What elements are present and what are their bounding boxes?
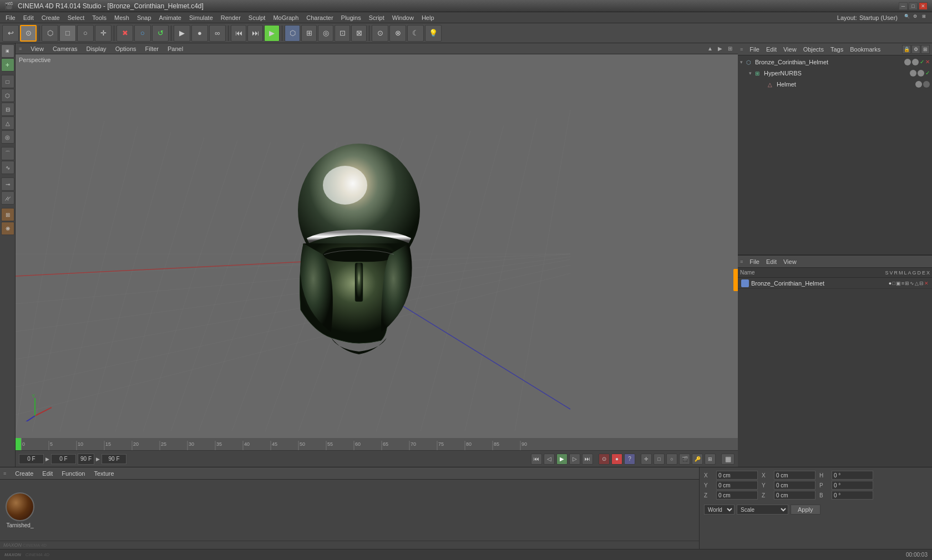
menu-mesh[interactable]: Mesh [111,13,133,22]
tb-play[interactable]: ▶ [174,25,190,42]
right-edge-tab[interactable] [733,269,738,291]
obj-row-hypernurbs[interactable]: ▾ ⊞ HyperNURBS ✓ [738,68,932,79]
btn-tl-film[interactable]: 🎬 [679,454,690,465]
vp-menu-display[interactable]: Display [84,45,109,52]
end-frame-input[interactable] [102,454,126,464]
panel-grid-icon[interactable]: ⊞ [922,14,930,22]
maximize-btn[interactable]: □ [909,2,918,10]
tb-mode-model[interactable]: ⬡ [285,25,300,42]
tb-snap1[interactable]: ⊙ [372,25,388,42]
minimize-btn[interactable]: ─ [899,2,908,10]
om-icon2[interactable]: ⚙ [911,45,920,54]
tb-anim2[interactable]: ⏭ [247,25,263,42]
om-file[interactable]: File [747,46,762,53]
om-icon1[interactable]: 🔒 [902,45,911,54]
tb-grp[interactable]: ○ [77,25,94,42]
btn-prev-frame[interactable]: ◁ [544,454,555,465]
om-objects[interactable]: Objects [801,46,826,53]
am-view[interactable]: View [781,258,799,265]
tb-render-preview[interactable]: 💡 [425,25,442,42]
btn-tl-circle[interactable]: ○ [666,454,677,465]
lt-cone[interactable]: △ [1,116,14,130]
lt-move[interactable]: ✛ [1,58,14,72]
coord-y-rot[interactable] [774,481,816,490]
om-bookmarks[interactable]: Bookmarks [848,46,883,53]
lt-bend[interactable]: ⌭ [1,191,14,205]
lt-fx[interactable]: ❋ [1,222,14,235]
tb-anim3[interactable]: ▶ [264,25,280,42]
menu-animate[interactable]: Animate [156,13,185,22]
mat-function[interactable]: Function [59,470,87,477]
tb-rot[interactable]: ↺ [152,25,169,42]
mat-edit[interactable]: Edit [40,470,55,477]
mat-swatch-container[interactable]: Tarnished_ [6,492,34,528]
mat-create[interactable]: Create [13,470,36,477]
menu-window[interactable]: Window [389,13,417,22]
coord-z-pos[interactable] [716,491,758,500]
lt-box[interactable]: □ [1,75,14,88]
menu-plugins[interactable]: Plugins [338,13,364,22]
tb-snap3[interactable]: ☾ [407,25,424,42]
vp-icon-right[interactable]: ▶ [716,44,725,53]
tb-undo[interactable]: ↩ [2,25,19,42]
om-view[interactable]: View [781,46,799,53]
menu-sculpt[interactable]: Sculpt [245,13,269,22]
mat-swatch[interactable] [6,492,34,521]
tb-obj[interactable]: □ [59,25,76,42]
btn-next-frame[interactable]: ▷ [569,454,580,465]
btn-tl-settings[interactable]: ▦ [721,454,735,465]
coord-x-pos[interactable] [716,471,758,480]
tb-o[interactable]: ○ [134,25,151,42]
attr-row-bronze[interactable]: Bronze_Corinthian_Helmet ● □ ▣ ≡ ⊞ ∿ △ ⊟… [738,278,932,289]
current-frame-input[interactable] [19,454,44,464]
om-tags[interactable]: Tags [828,46,845,53]
menu-script[interactable]: Script [366,13,388,22]
btn-jump-end[interactable]: ⏭ [582,454,593,465]
coord-y-pos[interactable] [716,481,758,490]
timeline-ruler[interactable]: 0 5 10 15 20 25 30 35 40 45 50 [16,438,738,450]
menu-simulate[interactable]: Simulate [186,13,216,22]
vp-menu-filter[interactable]: Filter [143,45,161,52]
menu-tools[interactable]: Tools [89,13,110,22]
coord-h[interactable] [832,471,873,480]
btn-record[interactable]: ● [611,454,622,465]
close-btn[interactable]: ✕ [919,2,928,10]
vp-icon-up[interactable]: ▲ [706,44,715,53]
am-file[interactable]: File [747,258,762,265]
tb-rec[interactable]: ● [191,25,208,42]
apply-button[interactable]: Apply [791,505,820,515]
world-select[interactable]: World Local Object [704,505,735,515]
vp-icon-grid[interactable]: ⊞ [726,44,735,53]
coord-p[interactable] [832,481,873,490]
tb-camera-move[interactable]: ⊙ [20,25,37,42]
coord-b[interactable] [832,491,873,500]
vp-menu-options[interactable]: Options [113,45,139,52]
main-viewport[interactable]: Perspective [16,54,738,438]
tb-anim1[interactable]: ⏮ [231,25,246,42]
menu-create[interactable]: Create [38,13,63,22]
current-frame-display[interactable] [51,454,76,464]
menu-edit[interactable]: Edit [20,13,37,22]
btn-tl-box[interactable]: □ [654,454,665,465]
am-edit[interactable]: Edit [764,258,779,265]
menu-snap[interactable]: Snap [134,13,155,22]
lt-torus[interactable]: ◎ [1,130,14,144]
btn-tl-add[interactable]: ✛ [641,454,652,465]
tb-loop[interactable]: ∞ [209,25,226,42]
menu-mograph[interactable]: MoGraph [270,13,302,22]
btn-help[interactable]: ? [624,454,635,465]
panel-settings-icon[interactable]: ⚙ [913,14,921,22]
tb-mode-4[interactable]: ⊡ [335,25,350,42]
panel-close-icon[interactable]: 🔍 [904,14,912,22]
tb-mode-tex[interactable]: ◎ [318,25,333,42]
lt-terrain[interactable]: ⊞ [1,208,14,221]
obj-row-bronze[interactable]: ▾ ⬡ Bronze_Corinthian_Helmet ✓ ✕ [738,57,932,68]
vp-menu-panel[interactable]: Panel [165,45,185,52]
tb-mode-obj[interactable]: ⊞ [301,25,317,42]
btn-tl-key[interactable]: 🔑 [692,454,703,465]
lt-deform[interactable]: ⊸ [1,177,14,191]
lt-modes[interactable]: ▣ [1,44,14,58]
vp-menu-cameras[interactable]: Cameras [50,45,80,52]
btn-jump-start[interactable]: ⏮ [531,454,542,465]
obj-row-helmet[interactable]: △ Helmet [738,79,932,90]
